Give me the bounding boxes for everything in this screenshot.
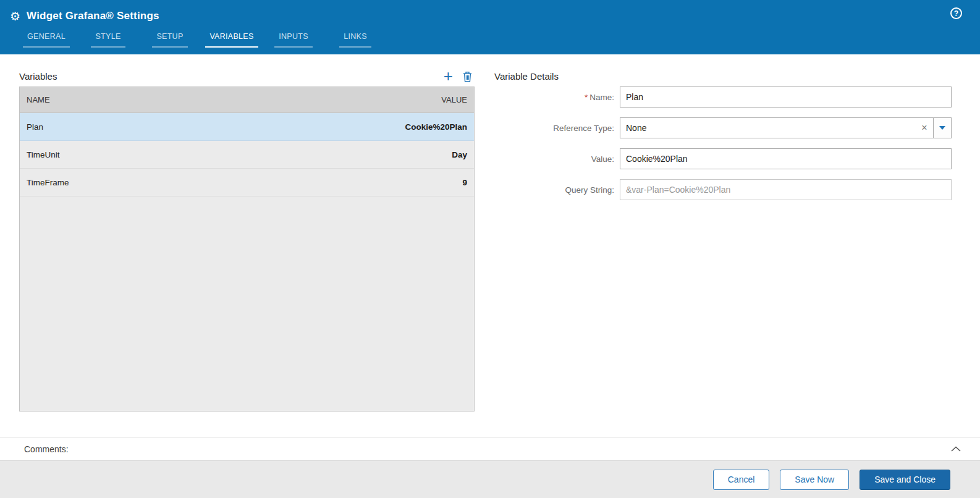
name-label: *Name: xyxy=(494,93,620,102)
tab-setup[interactable]: SETUP xyxy=(139,32,201,48)
required-marker: * xyxy=(585,93,588,102)
gear-icon: ⚙ xyxy=(10,11,20,22)
tab-general[interactable]: GENERAL xyxy=(15,32,77,48)
delete-variable-button[interactable] xyxy=(463,70,472,82)
comments-bar: Comments: xyxy=(0,437,980,460)
save-and-close-button[interactable]: Save and Close xyxy=(860,470,950,490)
table-empty-area xyxy=(20,196,474,411)
column-value: VALUE xyxy=(441,95,467,104)
trash-icon xyxy=(463,71,472,82)
table-row-timeunit[interactable]: TimeUnit Day xyxy=(20,141,474,169)
window-title: Widget Grafana® Settings xyxy=(27,10,159,22)
titlebar: ⚙ Widget Grafana® Settings ? GENERAL STY… xyxy=(0,0,980,54)
tab-variables[interactable]: VARIABLES xyxy=(201,32,263,48)
column-name: NAME xyxy=(27,95,50,104)
variable-details-panel: Variable Details *Name: Reference Type: … xyxy=(494,65,952,210)
variables-table-header: NAME VALUE xyxy=(20,87,474,113)
widget-settings-window: ⚙ Widget Grafana® Settings ? GENERAL STY… xyxy=(0,0,980,498)
dropdown-arrow-button[interactable] xyxy=(933,118,951,138)
title-row: ⚙ Widget Grafana® Settings xyxy=(0,0,980,25)
details-panel-header: Variable Details xyxy=(494,65,952,87)
add-variable-button[interactable]: + xyxy=(444,70,453,82)
variables-panel: Variables + NAME VALUE Plan xyxy=(19,65,475,411)
details-form: *Name: Reference Type: None × Value: Que xyxy=(494,87,952,200)
row-name: Plan xyxy=(27,122,43,132)
row-value: 9 xyxy=(462,178,467,187)
save-now-button[interactable]: Save Now xyxy=(780,470,849,490)
tab-links[interactable]: LINKS xyxy=(324,32,386,48)
variables-title: Variables xyxy=(19,71,57,82)
reference-type-label: Reference Type: xyxy=(494,124,620,133)
clear-icon[interactable]: × xyxy=(916,118,933,138)
comments-label: Comments: xyxy=(24,444,69,454)
row-name: TimeFrame xyxy=(27,178,69,187)
cancel-button[interactable]: Cancel xyxy=(713,470,770,490)
name-row: *Name: xyxy=(494,87,952,108)
value-field[interactable] xyxy=(620,148,952,169)
help-icon[interactable]: ? xyxy=(950,7,962,19)
variables-table: NAME VALUE Plan Cookie%20Plan TimeUnit D… xyxy=(19,87,475,411)
reference-type-row: Reference Type: None × xyxy=(494,117,952,138)
variables-panel-header: Variables + xyxy=(19,65,475,87)
variables-actions: + xyxy=(444,70,475,82)
reference-type-dropdown[interactable]: None × xyxy=(620,117,952,138)
query-string-label: Query String: xyxy=(494,185,620,195)
tab-style[interactable]: STYLE xyxy=(77,32,139,48)
table-row-plan[interactable]: Plan Cookie%20Plan xyxy=(20,113,474,141)
chevron-up-icon xyxy=(951,446,961,452)
footer-bar: Cancel Save Now Save and Close xyxy=(0,460,980,498)
name-field[interactable] xyxy=(620,87,952,108)
query-string-row: Query String: xyxy=(494,179,952,200)
chevron-down-icon xyxy=(939,126,945,130)
value-row: Value: xyxy=(494,148,952,169)
tab-bar: GENERAL STYLE SETUP VARIABLES INPUTS LIN… xyxy=(15,32,980,48)
row-value: Cookie%20Plan xyxy=(405,122,467,132)
row-value: Day xyxy=(452,150,467,159)
details-title: Variable Details xyxy=(494,71,559,82)
value-label: Value: xyxy=(494,154,620,164)
tab-inputs[interactable]: INPUTS xyxy=(263,32,324,48)
query-string-field xyxy=(620,179,952,200)
table-row-timeframe[interactable]: TimeFrame 9 xyxy=(20,169,474,196)
row-name: TimeUnit xyxy=(27,150,60,159)
reference-type-value: None xyxy=(620,118,916,138)
collapse-comments-button[interactable] xyxy=(951,446,961,452)
